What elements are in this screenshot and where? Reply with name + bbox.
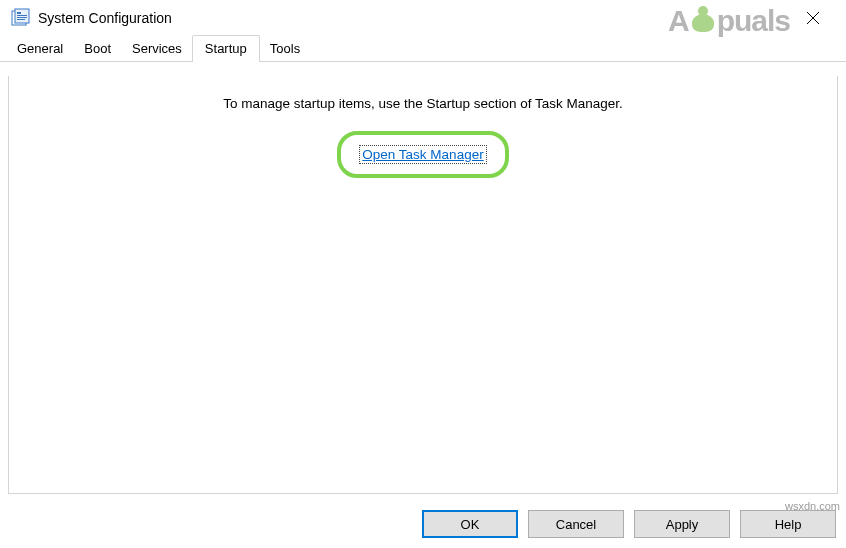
svg-rect-5 xyxy=(17,19,25,20)
tab-services[interactable]: Services xyxy=(121,36,193,61)
svg-rect-3 xyxy=(17,15,27,16)
window-title: System Configuration xyxy=(38,10,172,26)
svg-rect-4 xyxy=(17,17,27,18)
ok-button[interactable]: OK xyxy=(422,510,518,538)
instruction-text: To manage startup items, use the Startup… xyxy=(9,96,837,111)
cancel-button[interactable]: Cancel xyxy=(528,510,624,538)
tabstrip: General Boot Services Startup Tools xyxy=(0,36,846,62)
apply-button[interactable]: Apply xyxy=(634,510,730,538)
tab-general[interactable]: General xyxy=(6,36,74,61)
titlebar: System Configuration xyxy=(0,0,846,36)
open-task-manager-link[interactable]: Open Task Manager xyxy=(359,145,486,164)
svg-rect-2 xyxy=(17,12,21,14)
tab-boot[interactable]: Boot xyxy=(73,36,122,61)
close-icon xyxy=(807,12,819,24)
link-highlight: Open Task Manager xyxy=(337,131,508,178)
app-icon xyxy=(10,8,30,28)
close-button[interactable] xyxy=(790,3,836,33)
tab-startup[interactable]: Startup xyxy=(192,35,260,62)
help-button[interactable]: Help xyxy=(740,510,836,538)
dialog-buttons: OK Cancel Apply Help xyxy=(422,510,836,538)
tab-tools[interactable]: Tools xyxy=(259,36,311,61)
tab-content-startup: To manage startup items, use the Startup… xyxy=(8,76,838,494)
